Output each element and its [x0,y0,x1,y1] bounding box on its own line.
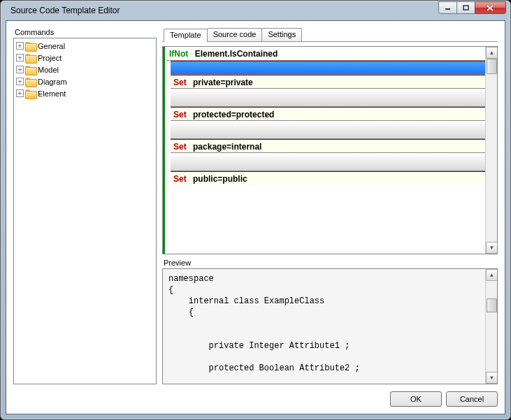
preview-text: namespace { internal class ExampleClass … [168,273,483,374]
tree-item-general[interactable]: + General [14,40,156,52]
folder-icon [25,65,36,75]
expand-icon[interactable]: + [16,89,24,97]
commands-label: Commands [13,28,157,36]
tab-source-code[interactable]: Source code [207,28,263,41]
maximize-button[interactable] [456,1,475,14]
window-controls [439,1,506,14]
tree-item-element[interactable]: + Element [14,87,156,99]
template-expr: package=internal [193,142,261,152]
preview-label: Preview [162,259,498,267]
template-header-row[interactable]: IfNot Element.IsContained [166,48,485,61]
client-area: Commands + General + Project + [6,20,505,414]
template-set-row[interactable]: Set package=internal [171,139,485,153]
preview-panel: Preview namespace { internal class Examp… [162,259,498,384]
titlebar[interactable]: Source Code Template Editor [1,1,510,20]
template-scrollbar[interactable]: ▲ ▼ [485,47,497,254]
expand-icon[interactable]: + [16,54,24,61]
tree-label: General [38,42,65,50]
scroll-down-icon[interactable]: ▼ [486,372,498,384]
template-editor[interactable]: IfNot Element.IsContained Set private=pr… [162,46,498,254]
template-spacer-row[interactable] [171,121,485,139]
template-set-row[interactable]: Set public=public [171,171,485,185]
template-set-row[interactable]: Set private=private [171,75,485,89]
commands-panel: Commands + General + Project + [13,28,157,384]
folder-icon [25,77,36,87]
tree-label: Project [38,54,62,62]
template-selected-row[interactable] [171,61,485,75]
preview-scrollbar[interactable]: ▲ ▼ [485,269,497,384]
preview-area[interactable]: namespace { internal class ExampleClass … [162,268,498,384]
svg-rect-1 [463,6,468,10]
tab-settings[interactable]: Settings [261,28,302,41]
folder-icon [25,41,36,51]
scroll-thumb[interactable] [487,298,497,312]
keyword-set: Set [173,78,187,87]
tree-label: Diagram [38,78,67,86]
template-spacer-row[interactable] [171,89,485,107]
template-expr: protected=protected [193,110,274,120]
keyword-set: Set [173,110,187,120]
expand-icon[interactable]: + [16,78,24,85]
template-header-expr: Element.IsContained [195,49,278,59]
keyword-set: Set [173,174,187,184]
scroll-up-icon[interactable]: ▲ [486,47,498,59]
expand-icon[interactable]: + [16,66,24,73]
commands-tree[interactable]: + General + Project + Model [13,38,157,384]
tree-item-model[interactable]: + Model [14,64,156,75]
keyword-ifnot: IfNot [169,49,188,59]
folder-icon [25,89,36,99]
cancel-button[interactable]: Cancel [446,391,498,407]
ok-button[interactable]: OK [390,391,442,407]
template-spacer-row[interactable] [171,153,485,171]
tree-item-project[interactable]: + Project [14,52,156,64]
tree-label: Model [38,66,59,74]
template-set-row[interactable]: Set protected=protected [171,107,485,121]
window-frame: Source Code Template Editor Commands + G… [0,0,511,420]
minimize-button[interactable] [438,1,457,14]
close-button[interactable] [475,1,506,14]
scroll-thumb[interactable] [487,59,497,74]
window-title: Source Code Template Editor [10,6,120,15]
dialog-buttons: OK Cancel [13,390,498,407]
scroll-down-icon[interactable]: ▼ [486,242,498,254]
folder-icon [25,53,36,63]
tree-label: Element [38,89,66,98]
template-expr: private=private [193,78,253,87]
template-expr: public=public [193,174,247,184]
tab-template[interactable]: Template [164,29,208,42]
tree-item-diagram[interactable]: + Diagram [14,75,156,87]
scroll-up-icon[interactable]: ▲ [486,269,498,281]
tabs: Template Source code Settings [162,28,498,42]
expand-icon[interactable]: + [16,42,24,50]
keyword-set: Set [173,142,187,152]
